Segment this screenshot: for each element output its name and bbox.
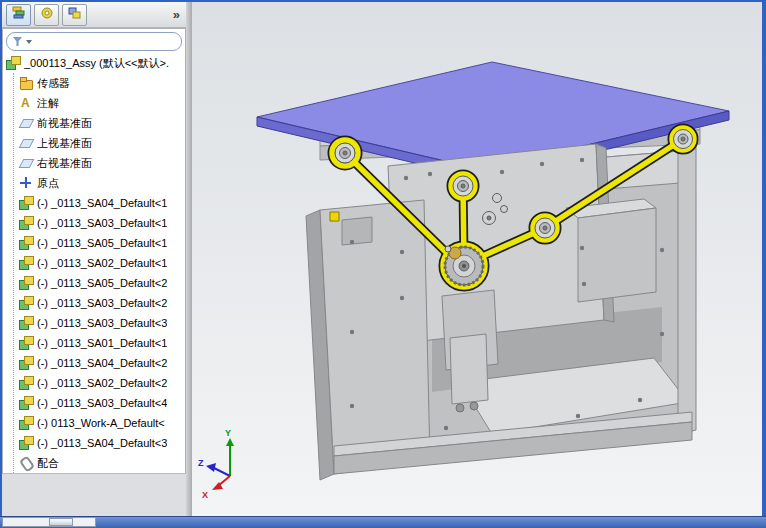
pulley: [453, 176, 473, 196]
filter-dropdown-caret-icon[interactable]: [26, 40, 32, 44]
tree-item[interactable]: 右视基准面: [14, 153, 185, 173]
viewport-3d[interactable]: Y Z X: [192, 2, 762, 516]
tree-root-item[interactable]: _000113_Assy (默认<<默认>.: [3, 53, 185, 73]
left-column: [320, 200, 430, 474]
component-icon: [19, 356, 33, 370]
origin-icon: [19, 176, 33, 190]
tree-item[interactable]: (-) _0113_SA05_Default<1: [14, 233, 185, 253]
mates-icon: [19, 456, 33, 470]
component-icon: [19, 316, 33, 330]
triad-x-label: X: [202, 490, 208, 500]
actuator-pin: [456, 404, 464, 412]
tree-item[interactable]: (-) _0113_SA03_Default<4: [14, 393, 185, 413]
component-icon: [19, 416, 33, 430]
tree-item[interactable]: (-) _0113_SA02_Default<2: [14, 373, 185, 393]
component-icon: [19, 196, 33, 210]
tree-children: 传感器 注解 前视基准面: [13, 73, 185, 473]
propertymanager-tab[interactable]: [34, 4, 59, 26]
featuremanager-tab[interactable]: [6, 4, 31, 26]
graphics-area: Y Z X: [192, 2, 762, 516]
panel-bottom-area: [2, 473, 186, 516]
tree-item[interactable]: (-) _0113_SA01_Default<1: [14, 333, 185, 353]
tree-item[interactable]: 上视基准面: [14, 133, 185, 153]
component-icon: [19, 436, 33, 450]
horizontal-scrollbar[interactable]: [2, 517, 96, 527]
tree-item[interactable]: (-) _0113_SA04_Default<2: [14, 353, 185, 373]
triad-y-label: Y: [225, 428, 231, 438]
pulley: [535, 218, 555, 238]
tree-item[interactable]: (-) _0113_SA04_Default<3: [14, 433, 185, 453]
gear-cluster: [445, 246, 483, 285]
pulley: [674, 130, 693, 149]
component-icon: [19, 336, 33, 350]
tree-item[interactable]: (-) _0113_SA05_Default<2: [14, 273, 185, 293]
pulley: [335, 143, 355, 163]
triad-z-label: Z: [198, 458, 204, 468]
actuator-pin: [470, 402, 478, 410]
configurationmanager-icon: [68, 6, 82, 24]
component-icon: [19, 396, 33, 410]
actuator-block: [450, 334, 488, 404]
right-post: [678, 146, 696, 434]
feature-manager-panel: » _000113_Assy (默认<<默认>. 传感器: [2, 2, 186, 516]
tree-item[interactable]: 原点: [14, 173, 185, 193]
tree-item[interactable]: 前视基准面: [14, 113, 185, 133]
plane-icon: [19, 156, 33, 170]
featuremanager-icon: [12, 6, 26, 24]
assembly-icon: [6, 56, 20, 70]
scrollbar-thumb[interactable]: [49, 518, 73, 526]
component-icon: [19, 376, 33, 390]
tree-item[interactable]: (-) _0113_SA02_Default<1: [14, 253, 185, 273]
sensors-icon: [19, 76, 33, 90]
configurationmanager-tab[interactable]: [62, 4, 87, 26]
tree-item[interactable]: (-) _0113_SA03_Default<3: [14, 313, 185, 333]
plane-icon: [19, 116, 33, 130]
propertymanager-icon: [40, 6, 54, 24]
component-icon: [19, 296, 33, 310]
plane-icon: [19, 136, 33, 150]
feature-design-tree: _000113_Assy (默认<<默认>. 传感器 注解: [3, 53, 185, 473]
component-icon: [19, 236, 33, 250]
motor-box: [578, 208, 656, 302]
tree-root-label: _000113_Assy (默认<<默认>.: [24, 56, 169, 71]
panel-toolbar: »: [2, 2, 186, 28]
tree-item[interactable]: 配合: [14, 453, 185, 473]
tree-filter-input[interactable]: [6, 32, 182, 51]
solidworks-window: » _000113_Assy (默认<<默认>. 传感器: [0, 0, 766, 528]
component-icon: [19, 216, 33, 230]
tree-item[interactable]: 传感器: [14, 73, 185, 93]
annotations-icon: [19, 96, 33, 110]
design-tree-container: _000113_Assy (默认<<默认>. 传感器 注解: [2, 28, 186, 474]
toolbar-overflow-chevron[interactable]: »: [173, 7, 182, 22]
tree-item[interactable]: (-) _0113_SA04_Default<1: [14, 193, 185, 213]
tree-item[interactable]: (-) 0113_Work-A_Default<: [14, 413, 185, 433]
component-icon: [19, 256, 33, 270]
yellow-chip: [330, 212, 339, 221]
filter-funnel-icon: [13, 37, 22, 46]
tree-item[interactable]: (-) _0113_SA03_Default<2: [14, 293, 185, 313]
tree-item[interactable]: 注解: [14, 93, 185, 113]
tree-item[interactable]: (-) _0113_SA03_Default<1: [14, 213, 185, 233]
left-column-block: [342, 217, 372, 245]
status-bar: [0, 516, 766, 528]
component-icon: [19, 276, 33, 290]
